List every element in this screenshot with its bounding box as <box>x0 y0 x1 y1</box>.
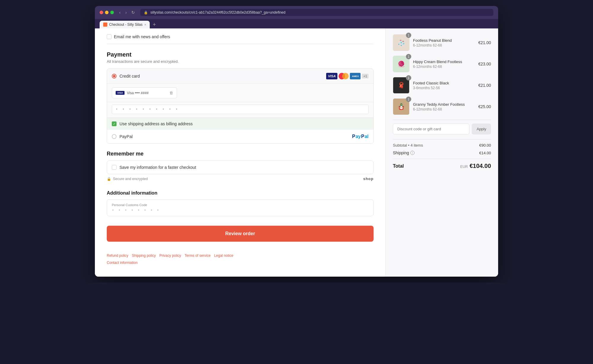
maximize-window-button[interactable] <box>110 11 114 14</box>
close-window-button[interactable] <box>100 11 103 14</box>
minimize-window-button[interactable] <box>105 11 109 14</box>
forward-button[interactable]: › <box>124 9 129 16</box>
remember-checkbox-row[interactable]: Save my information for a faster checkou… <box>107 161 374 174</box>
payment-section: Payment All transactions are secure and … <box>107 51 374 144</box>
cvv-area: • • • • • • • • • • <box>107 102 373 118</box>
order-item: 🧣 1 Footed Classic Black 3-6months 52-56… <box>393 77 491 94</box>
additional-info-title: Additional information <box>107 190 374 196</box>
total-currency: EUR <box>460 165 468 169</box>
tab-bar: Checkout - Silly Silas × + <box>95 19 498 28</box>
payment-title: Payment <box>107 51 374 58</box>
item-name: Footed Classic Black <box>413 81 475 85</box>
item-name: Granny Teddy Amber Footless <box>413 102 475 107</box>
billing-checkbox[interactable]: ✓ <box>112 121 117 126</box>
tab-close-button[interactable]: × <box>144 23 146 26</box>
item-image-wrapper: 🧣 1 <box>393 77 409 94</box>
paypal-option-left: PayPal <box>112 134 133 139</box>
additional-info-section: Additional information Personal Customs … <box>107 190 374 216</box>
reload-button[interactable]: ↻ <box>130 9 137 16</box>
paypal-al-icon: al <box>365 134 369 139</box>
customs-input-wrapper[interactable]: Personal Customs Code • • • • • • • • <box>107 199 374 216</box>
privacy-policy-link[interactable]: Privacy policy <box>159 254 181 258</box>
payment-options: Credit card VISA AMEX +1 <box>107 68 374 144</box>
visa-mini-label: VISA <box>116 91 125 95</box>
apply-discount-button[interactable]: Apply <box>472 124 491 134</box>
shop-badge: shop <box>363 177 374 181</box>
total-label: Total <box>393 163 404 169</box>
item-price: €21.00 <box>478 40 491 45</box>
contact-information-link[interactable]: Contact information <box>107 261 138 265</box>
customs-placeholder: Personal Customs Code <box>112 203 369 207</box>
customs-value: • • • • • • • • <box>112 208 369 212</box>
refund-policy-link[interactable]: Refund policy <box>107 254 128 258</box>
subtotal-label: Subtotal • 4 items <box>393 143 423 147</box>
paypal-option[interactable]: PayPal P ay P al <box>107 130 373 143</box>
mastercard-icon-right <box>342 73 349 79</box>
paypal-pal-icon: P <box>361 134 364 139</box>
divider <box>393 139 491 139</box>
item-qty-badge: 1 <box>406 54 411 59</box>
paypal-label: PayPal <box>119 134 133 139</box>
terms-of-service-link[interactable]: Terms of service <box>185 254 211 258</box>
secure-text: Secure and encrypted <box>113 177 148 181</box>
total-line: Total EUR €104.00 <box>393 159 491 169</box>
item-name: Footless Peanut Blend <box>413 38 475 43</box>
item-variant: 6-12months 62-68 <box>413 65 475 69</box>
address-bar[interactable]: 🔒 sillysilas.com/checkouts/cn/c1-ab17a2a… <box>140 9 493 16</box>
credit-card-option[interactable]: Credit card VISA AMEX +1 <box>107 69 373 84</box>
paypal-p-icon: P <box>352 134 356 139</box>
remember-checkbox[interactable] <box>112 165 117 170</box>
billing-label: Use shipping address as billing address <box>119 121 193 126</box>
paypal-logo: P ay P al <box>352 134 369 139</box>
card-number-masked: Visa •••• #### <box>127 91 149 95</box>
credit-card-option-left: Credit card <box>112 74 140 78</box>
discount-input[interactable] <box>393 124 469 134</box>
review-order-button[interactable]: Review order <box>107 226 374 242</box>
paypal-ay-icon: ay <box>356 134 361 139</box>
active-tab[interactable]: Checkout - Silly Silas × <box>100 21 150 28</box>
saved-card-left: VISA Visa •••• #### <box>116 91 149 95</box>
credit-card-radio[interactable] <box>112 74 117 78</box>
nav-buttons: ‹ › ↻ <box>117 9 137 16</box>
item-name: Hippy Cream Blend Footless <box>413 60 475 64</box>
traffic-lights <box>100 11 114 14</box>
email-optin-label[interactable]: Email me with news and offers <box>114 34 170 39</box>
shipping-value: €14.00 <box>479 151 491 155</box>
footer-links: Refund policy Shipping policy Privacy po… <box>107 254 374 258</box>
shipping-policy-link[interactable]: Shipping policy <box>132 254 156 258</box>
tab-favicon <box>103 23 107 27</box>
shipping-info-icon[interactable]: i <box>410 151 415 155</box>
order-item: 🧶 1 Hippy Cream Blend Footless 6-12month… <box>393 56 491 72</box>
billing-checkbox-row[interactable]: ✓ Use shipping address as billing addres… <box>107 118 373 130</box>
remember-me-section: Remember me Save my information for a fa… <box>107 151 374 183</box>
new-tab-button[interactable]: + <box>151 22 158 28</box>
card-delete-icon[interactable]: 🗑 <box>169 91 173 95</box>
browser-window: ‹ › ↻ 🔒 sillysilas.com/checkouts/cn/c1-a… <box>95 6 498 277</box>
secure-label-row: 🔒 Secure and encrypted <box>107 177 148 181</box>
paypal-radio[interactable] <box>112 134 117 139</box>
item-details: Footed Classic Black 3-6months 52-56 <box>413 81 475 90</box>
divider <box>393 120 491 120</box>
legal-notice-link[interactable]: Legal notice <box>214 254 233 258</box>
order-item: 🧦 1 Footless Peanut Blend 6-12months 62-… <box>393 34 491 51</box>
discount-row: Apply <box>393 124 491 134</box>
item-variant: 6-12months 62-68 <box>413 43 475 47</box>
item-qty-badge: 1 <box>406 75 411 81</box>
saved-card[interactable]: VISA Visa •••• #### 🗑 <box>112 87 177 98</box>
card-icons: VISA AMEX +1 <box>326 73 369 79</box>
cvv-input[interactable]: • • • • • • • • • • <box>112 105 369 114</box>
page-content: Email me with news and offers Payment Al… <box>95 28 498 277</box>
more-cards-badge: +1 <box>362 74 369 78</box>
back-button[interactable]: ‹ <box>117 9 122 16</box>
email-optin-checkbox[interactable] <box>107 34 111 39</box>
url-text: sillysilas.com/checkouts/cn/c1-ab17a2a32… <box>150 10 285 15</box>
credit-card-label: Credit card <box>119 74 140 78</box>
shop-secure-row: 🔒 Secure and encrypted shop <box>107 174 374 183</box>
shipping-label-text: Shipping <box>393 150 409 155</box>
payment-subtitle: All transactions are secure and encrypte… <box>107 59 374 64</box>
amex-icon: AMEX <box>350 73 361 79</box>
lock-icon: 🔒 <box>144 11 148 15</box>
order-item: 🪆 1 Granny Teddy Amber Footless 6-12mont… <box>393 98 491 115</box>
email-optin-row: Email me with news and offers <box>107 34 374 44</box>
order-summary: 🧦 1 Footless Peanut Blend 6-12months 62-… <box>385 28 498 277</box>
